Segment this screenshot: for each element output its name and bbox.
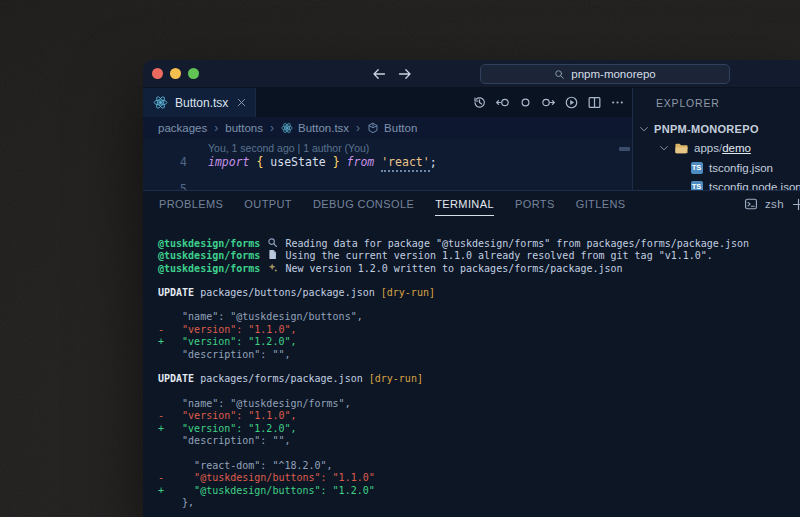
terminal-text: UPDATE xyxy=(158,373,194,384)
more-actions-icon[interactable] xyxy=(608,93,627,112)
traffic-lights xyxy=(152,68,199,79)
terminal-text: "react-dom": "^18.2.0", xyxy=(158,460,333,471)
explorer-item-label: apps xyxy=(694,142,719,154)
breadcrumb-item-button[interactable]: Button xyxy=(367,122,417,134)
explorer-sidebar: EXPLORER PNPM-MONOREPOapps / demoTStscon… xyxy=(632,88,800,190)
breadcrumb-separator: › xyxy=(356,121,360,135)
terminal-line: UPDATE packages/buttons/package.json [dr… xyxy=(158,287,800,299)
terminal-text: UPDATE xyxy=(158,287,194,298)
code-token: from xyxy=(347,155,375,169)
terminal-line: "name": "@tuskdesign/forms", xyxy=(158,398,800,410)
explorer-root-label: PNPM-MONOREPO xyxy=(654,123,759,135)
tab-button-tsx[interactable]: Button.tsx xyxy=(143,88,256,117)
panel-tab-bar: PROBLEMSOUTPUTDEBUG CONSOLETERMINALPORTS… xyxy=(143,191,800,217)
terminal-text: @tuskdesign/forms xyxy=(158,263,260,274)
breadcrumb-item-packages[interactable]: packages xyxy=(158,122,207,134)
bottom-panel: PROBLEMSOUTPUTDEBUG CONSOLETERMINALPORTS… xyxy=(143,190,800,517)
sparkles-icon xyxy=(266,262,279,273)
explorer-item-label: demo xyxy=(722,142,751,154)
code-token: import xyxy=(208,155,250,169)
breadcrumb-item-button-tsx[interactable]: Button.tsx xyxy=(281,122,349,134)
next-change-icon[interactable] xyxy=(539,93,558,112)
terminal-text: @tuskdesign/forms xyxy=(158,238,260,249)
desktop-background: pnpm-monorepo Button.tsx packages›button… xyxy=(0,0,800,517)
minimize-window-button[interactable] xyxy=(170,68,181,79)
panel-tab-problems[interactable]: PROBLEMS xyxy=(159,195,223,213)
titlebar: pnpm-monorepo xyxy=(143,60,800,88)
chevron-down-icon xyxy=(638,123,650,135)
magnifier-icon xyxy=(266,237,279,248)
terminal-line: - "@tuskdesign/buttons": "1.1.0" xyxy=(158,472,800,484)
terminal-line: @tuskdesign/forms Reading data for packa… xyxy=(158,237,800,249)
terminal-text: New version 1.2.0 written to packages/fo… xyxy=(279,263,622,274)
terminal-shell-widget: zsh xyxy=(744,197,800,212)
run-icon[interactable] xyxy=(562,93,581,112)
close-tab-icon[interactable] xyxy=(236,97,247,108)
split-editor-icon[interactable] xyxy=(585,93,604,112)
editor-pane[interactable]: You, 1 second ago | 1 author (You) 4 imp… xyxy=(143,139,632,190)
panel-tab-ports[interactable]: PORTS xyxy=(515,195,555,213)
close-window-button[interactable] xyxy=(152,68,163,79)
code-token: ; xyxy=(430,155,437,169)
panel-tab-output[interactable]: OUTPUT xyxy=(244,195,292,213)
terminal-text: Using the current version 1.1.0 already … xyxy=(279,250,712,261)
explorer-root-folder[interactable]: PNPM-MONOREPO xyxy=(633,119,800,139)
ts-icon: TS xyxy=(689,180,704,190)
history-back-button[interactable] xyxy=(371,66,387,82)
search-value: pnpm-monorepo xyxy=(571,68,655,80)
terminal-output[interactable]: @tuskdesign/forms Reading data for packa… xyxy=(143,217,800,510)
command-center-search[interactable]: pnpm-monorepo xyxy=(480,64,730,84)
line-number: 5 xyxy=(143,182,187,190)
line-number: 4 xyxy=(143,155,187,169)
blame-annotation[interactable]: You, 1 second ago | 1 author (You) xyxy=(208,142,369,154)
code-line: import { useState } from 'react'; xyxy=(208,155,437,169)
shell-label[interactable]: zsh xyxy=(765,198,784,210)
terminal-line: @tuskdesign/forms New version 1.2.0 writ… xyxy=(158,262,800,274)
terminal-text: "name": "@tuskdesign/buttons", xyxy=(158,311,363,322)
breadcrumb-separator: › xyxy=(270,121,274,135)
react-icon xyxy=(153,95,168,110)
terminal-line: "react-dom": "^18.2.0", xyxy=(158,460,800,472)
breadcrumb-label: buttons xyxy=(225,122,263,134)
terminal-line xyxy=(158,386,800,398)
main-area: Button.tsx packages›buttons›Button.tsx›B… xyxy=(143,88,800,190)
terminal-text: - "version": "1.1.0", xyxy=(158,324,296,335)
zoom-window-button[interactable] xyxy=(188,68,199,79)
explorer-item-tsconfig-json[interactable]: TStsconfig.json xyxy=(633,158,800,178)
panel-tab-debug-console[interactable]: DEBUG CONSOLE xyxy=(313,195,414,213)
terminal-line: "name": "@tuskdesign/buttons", xyxy=(158,311,800,323)
breadcrumb-item-buttons[interactable]: buttons xyxy=(225,122,263,134)
terminal-line: + "version": "1.2.0", xyxy=(158,336,800,348)
terminal-icon xyxy=(744,197,758,211)
panel-tab-gitlens[interactable]: GITLENS xyxy=(576,195,626,213)
history-forward-button[interactable] xyxy=(397,66,413,82)
explorer-item-apps-demo[interactable]: apps / demo xyxy=(633,139,800,159)
editor-scrollbar[interactable] xyxy=(619,147,630,151)
code-token xyxy=(340,155,347,169)
terminal-text: [dry-run] xyxy=(369,373,423,384)
document-icon xyxy=(266,249,279,260)
terminal-line: "description": "", xyxy=(158,435,800,447)
terminal-line: "description": "", xyxy=(158,349,800,361)
terminal-line: + "version": "1.2.0", xyxy=(158,423,800,435)
folder-open-icon xyxy=(674,141,689,156)
terminal-text: }, xyxy=(158,497,194,508)
breadcrumb-separator: › xyxy=(214,121,218,135)
terminal-text: @tuskdesign/forms xyxy=(158,250,260,261)
explorer-item-label: tsconfig.json xyxy=(709,162,773,174)
terminal-line xyxy=(158,274,800,286)
terminal-line: @tuskdesign/forms Using the current vers… xyxy=(158,249,800,261)
change-circle-icon[interactable] xyxy=(516,93,535,112)
terminal-text: "description": "", xyxy=(158,435,290,446)
explorer-tree: PNPM-MONOREPOapps / demoTStsconfig.jsonT… xyxy=(633,119,800,190)
panel-tab-terminal[interactable]: TERMINAL xyxy=(435,195,494,213)
new-terminal-button[interactable] xyxy=(791,197,800,212)
terminal-line xyxy=(158,448,800,460)
terminal-text: "name": "@tuskdesign/forms", xyxy=(158,398,351,409)
prev-change-icon[interactable] xyxy=(493,93,512,112)
history-icon[interactable] xyxy=(470,93,489,112)
explorer-item-tsconfig-node-json[interactable]: TStsconfig.node.json xyxy=(633,178,800,191)
chevron-down-icon xyxy=(658,142,670,154)
ts-icon: TS xyxy=(689,160,704,175)
code-token: useState xyxy=(263,155,332,169)
